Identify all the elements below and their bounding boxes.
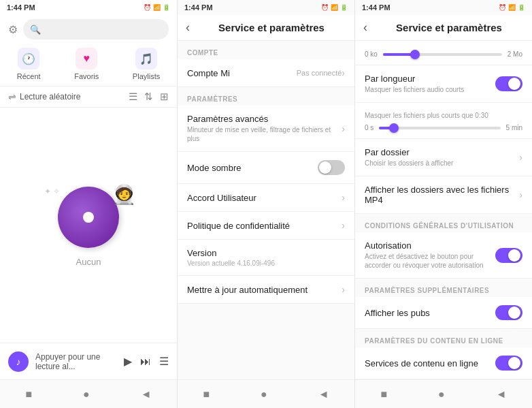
slider2-right-label: 5 min <box>506 124 522 131</box>
maj-auto-chevron: › <box>342 284 345 295</box>
accord-util-chevron: › <box>342 192 345 203</box>
version-title: Version <box>187 248 345 258</box>
player-note-icon: ♪ <box>8 351 29 372</box>
time-right: 1:44 PM <box>362 3 390 12</box>
section-label-contenu: PARAMÈTRES DU CONTENU EN LIGNE <box>355 329 532 347</box>
search-header: ⚙ 🔍 <box>0 15 177 44</box>
player-controls: ▶ ⏭ ☰ <box>124 355 169 368</box>
toggle-knob-services <box>508 357 520 369</box>
section-label-compte: COMPTE <box>178 41 354 59</box>
params-avances-chevron: › <box>342 123 345 134</box>
back-nav-btn-mid[interactable]: ◄ <box>318 388 329 401</box>
autorisation-toggle[interactable] <box>495 248 522 263</box>
slider1-right-label: 2 Mo <box>508 50 522 58</box>
slider1-track[interactable] <box>383 53 502 56</box>
slider2-left-label: 0 s <box>365 124 373 131</box>
item-politique-conf[interactable]: Politique de confidentialité › <box>178 212 354 240</box>
panel-mid: 1:44 PM ⏰ 📶 🔋 ‹ Service et paramètres CO… <box>178 0 355 408</box>
toolbar-icons: ☰ ⇅ ⊞ <box>129 91 169 103</box>
afficher-dossiers-chevron: › <box>519 189 522 200</box>
recents-nav-btn-right[interactable]: ● <box>438 388 445 401</box>
par-longueur-toggle[interactable] <box>495 76 522 91</box>
status-icons-right: ⏰ 📶 🔋 <box>499 4 525 11</box>
recents-nav-btn[interactable]: ● <box>83 388 90 401</box>
compte-mi-value: Pas connecté <box>297 69 342 77</box>
tab-favoris[interactable]: ♥ Favoris <box>74 48 99 80</box>
back-button-right[interactable]: ‹ <box>363 20 367 35</box>
tab-playlists[interactable]: 🎵 Playlists <box>133 48 160 80</box>
slider2-track[interactable] <box>379 127 500 129</box>
status-bar-mid: 1:44 PM ⏰ 📶 🔋 <box>178 0 354 15</box>
settings-title-mid: Service et paramètres <box>197 22 346 33</box>
wifi-icon-right: 📶 <box>508 4 516 11</box>
filter-icon[interactable]: ⚙ <box>8 23 18 36</box>
queue-button[interactable]: ☰ <box>159 355 169 368</box>
slider-row-1: 0 ko 2 Mo <box>355 41 532 65</box>
item-params-avances[interactable]: Paramètres avancés Minuteur de mise en v… <box>178 106 354 152</box>
item-autorisation[interactable]: Autorisation Activez et désactivez le bo… <box>355 232 532 279</box>
shuffle-icon: ⇌ <box>8 91 16 102</box>
par-longueur-sub: Masquer les fichiers audio courts <box>365 85 495 94</box>
slider-track-row-1: 0 ko 2 Mo <box>365 50 522 58</box>
item-services-contenu[interactable]: Services de contenu en ligne <box>355 347 532 379</box>
item-par-dossier[interactable]: Par dossier Choisir les dossiers à affic… <box>355 139 532 176</box>
stars-decoration: ✦ ✧ <box>44 187 60 196</box>
par-dossier-chevron: › <box>519 152 522 163</box>
shuffle-button[interactable]: ⇌ Lecture aléatoire <box>8 91 124 102</box>
time-left: 1:44 PM <box>7 3 35 12</box>
time-mid: 1:44 PM <box>184 3 213 12</box>
status-bar-left: 1:44 PM ⏰ 📶 🔋 <box>0 0 177 15</box>
home-nav-btn[interactable]: ■ <box>25 388 32 401</box>
item-mode-sombre[interactable]: Mode sombre <box>178 152 354 184</box>
par-dossier-title: Par dossier <box>365 147 519 157</box>
toolbar: ⇌ Lecture aléatoire ☰ ⇅ ⊞ <box>0 87 177 108</box>
services-contenu-title: Services de contenu en ligne <box>365 358 495 368</box>
grid-view-icon[interactable]: ⊞ <box>160 91 169 103</box>
item-afficher-pubs[interactable]: Afficher les pubs <box>355 297 532 329</box>
slider2-thumb <box>389 123 399 133</box>
afficher-pubs-toggle[interactable] <box>495 305 522 320</box>
status-icons-mid: ⏰ 📶 🔋 <box>321 4 348 11</box>
slider1-left-label: 0 ko <box>365 50 378 58</box>
list-view-icon[interactable]: ☰ <box>129 91 137 103</box>
bottom-player: ♪ Appuyer pour une lecture al... ▶ ⏭ ☰ <box>0 343 177 379</box>
wifi-icon: 📶 <box>153 4 161 11</box>
par-dossier-sub: Choisir les dossiers à afficher <box>365 159 519 168</box>
playlist-icon: 🎵 <box>135 48 157 69</box>
mode-sombre-toggle[interactable] <box>318 160 345 175</box>
par-longueur-title: Par longueur <box>365 74 495 84</box>
services-contenu-toggle[interactable] <box>495 356 522 371</box>
mode-sombre-title: Mode sombre <box>187 163 318 173</box>
vinyl-disc <box>58 187 119 248</box>
sort-icon[interactable]: ⇅ <box>144 91 153 103</box>
item-compte-mi[interactable]: Compte Mi Pas connecté › <box>178 59 354 87</box>
home-nav-btn-right[interactable]: ■ <box>380 388 387 401</box>
toggle-knob-longueur <box>508 78 520 90</box>
back-button-mid[interactable]: ‹ <box>186 20 190 35</box>
politique-conf-chevron: › <box>342 220 345 231</box>
item-accord-util[interactable]: Accord Utilisateur › <box>178 184 354 212</box>
item-afficher-dossiers-mp4[interactable]: Afficher les dossiers avec les fichiers … <box>355 176 532 214</box>
recents-nav-btn-mid[interactable]: ● <box>261 388 267 401</box>
slider1-fill <box>383 53 413 56</box>
nav-tabs: 🕐 Récent ♥ Favoris 🎵 Playlists <box>0 44 177 87</box>
item-par-longueur[interactable]: Par longueur Masquer les fichiers audio … <box>355 65 532 103</box>
toggle-knob <box>319 161 331 174</box>
afficher-dossiers-mp4-title: Afficher les dossiers avec les fichiers … <box>365 185 519 205</box>
afficher-pubs-title: Afficher les pubs <box>365 308 495 318</box>
home-nav-btn-mid[interactable]: ■ <box>203 388 210 401</box>
battery-icon-right: 🔋 <box>518 4 525 11</box>
item-version: Version Version actuelle 4.16.09i-496 <box>178 240 354 276</box>
search-icon: 🔍 <box>30 25 41 35</box>
bottom-nav-left: ■ ● ◄ <box>0 379 177 408</box>
back-nav-btn[interactable]: ◄ <box>141 388 152 401</box>
bottom-nav-mid: ■ ● ◄ <box>178 379 354 408</box>
back-nav-btn-right[interactable]: ◄ <box>496 388 507 401</box>
play-button[interactable]: ▶ <box>124 355 132 368</box>
item-maj-auto[interactable]: Mettre à jour automatiquement › <box>178 276 354 304</box>
tab-recent[interactable]: 🕐 Récent <box>17 48 41 80</box>
alarm-icon-right: ⏰ <box>499 4 506 11</box>
search-bar[interactable]: 🔍 <box>23 19 169 40</box>
player-title[interactable]: Appuyer pour une lecture al... <box>35 352 117 371</box>
next-button[interactable]: ⏭ <box>140 356 151 368</box>
